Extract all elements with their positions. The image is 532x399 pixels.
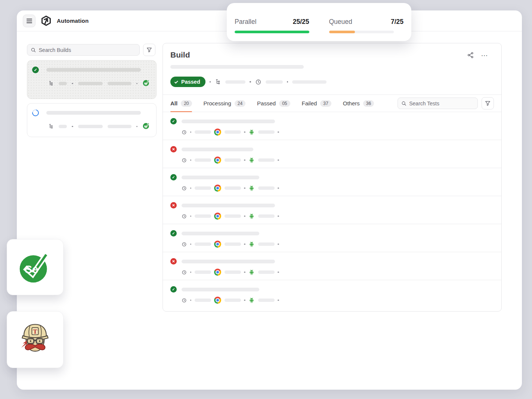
- test-row[interactable]: ✓: [163, 112, 501, 140]
- build-panel: Build … Passe: [163, 43, 502, 312]
- test-title-skeleton: [182, 148, 253, 151]
- test-status-icon: ✕: [170, 202, 177, 208]
- status-badge: Passed: [170, 77, 205, 87]
- queued-label: Queued: [329, 18, 352, 26]
- parallel-progress: [235, 31, 309, 33]
- search-icon: [401, 100, 406, 106]
- chrome-browser-icon: [214, 157, 221, 164]
- selenium-badge-icon: Se: [142, 122, 150, 131]
- clock-icon: [182, 242, 187, 247]
- clock-icon: [182, 130, 187, 135]
- clock-icon: [182, 186, 187, 191]
- search-icon: [31, 47, 36, 53]
- search-tests-box: [398, 98, 478, 109]
- search-tests-input[interactable]: [409, 100, 474, 106]
- selenium-badge-icon: Se: [142, 79, 150, 88]
- android-icon: [248, 297, 255, 304]
- selenium-logo-icon: Se: [17, 249, 53, 285]
- test-row[interactable]: ✕: [163, 140, 501, 168]
- filter-builds-button[interactable]: [143, 44, 155, 56]
- filter-tests-button[interactable]: [482, 97, 494, 109]
- tab-processing[interactable]: Processing24: [204, 95, 246, 112]
- test-title-skeleton: [182, 232, 259, 235]
- test-status-icon: ✓: [170, 286, 177, 293]
- chrome-browser-icon: [214, 129, 221, 136]
- svg-text:Se: Se: [25, 263, 38, 275]
- tests-tabs: All20 Processing24 Passed05 Failed37 Oth…: [170, 95, 374, 112]
- builds-sidebar: Se: [27, 44, 155, 137]
- check-icon: [174, 80, 178, 83]
- test-row[interactable]: ✓: [163, 280, 501, 308]
- tab-all[interactable]: All20: [170, 95, 192, 112]
- tab-others[interactable]: Others36: [343, 95, 374, 112]
- svg-text:Se: Se: [144, 82, 148, 85]
- clock-icon: [182, 158, 187, 163]
- build-status-icon: [31, 108, 40, 117]
- test-title-skeleton: [182, 120, 275, 123]
- share-icon: [467, 52, 474, 59]
- test-row[interactable]: ✕: [163, 196, 501, 224]
- test-status-icon: ✕: [170, 146, 177, 152]
- search-builds-box: [27, 44, 140, 56]
- chrome-browser-icon: [214, 269, 221, 276]
- queued-value: 7/25: [391, 18, 403, 26]
- concurrency-card: Parallel 25/25 Queued 7/25: [227, 3, 411, 41]
- build-subtitle-skeleton: [170, 65, 304, 69]
- branch-icon: [48, 80, 54, 87]
- more-options-button[interactable]: …: [481, 52, 489, 58]
- test-title-skeleton: [182, 288, 259, 291]
- branch-icon: [48, 123, 54, 130]
- build-status-icon: [32, 66, 39, 73]
- search-builds-input[interactable]: [39, 47, 136, 53]
- svg-text:T: T: [33, 328, 37, 335]
- test-row[interactable]: ✓: [163, 224, 501, 252]
- parallel-metric: Parallel 25/25: [235, 18, 309, 41]
- parallel-value: 25/25: [293, 18, 309, 26]
- android-icon: [248, 213, 255, 220]
- android-icon: [248, 157, 255, 164]
- page-title: Automation: [57, 18, 89, 24]
- android-icon: [248, 269, 255, 276]
- test-status-icon: ✕: [170, 258, 177, 265]
- build-card[interactable]: Se: [27, 103, 157, 137]
- chrome-browser-icon: [214, 213, 221, 220]
- parallel-label: Parallel: [235, 18, 256, 26]
- clock-icon: [182, 214, 187, 219]
- android-icon: [248, 129, 255, 136]
- clock-icon: [255, 79, 262, 85]
- test-row[interactable]: ✕: [163, 252, 501, 280]
- menu-button[interactable]: [23, 15, 35, 27]
- clock-icon: [182, 270, 187, 275]
- build-title-skeleton: [46, 68, 141, 72]
- filter-icon: [485, 100, 491, 106]
- filter-icon: [146, 47, 152, 53]
- chrome-browser-icon: [214, 185, 221, 192]
- chrome-browser-icon: [214, 297, 221, 304]
- branch-icon: [215, 79, 221, 85]
- android-icon: [248, 185, 255, 192]
- svg-text:Se: Se: [144, 125, 148, 128]
- build-title-skeleton: [46, 111, 141, 115]
- test-title-skeleton: [182, 176, 259, 179]
- chrome-browser-icon: [214, 241, 221, 248]
- selenium-logo-card: Se: [7, 239, 64, 295]
- tab-passed[interactable]: Passed05: [257, 95, 290, 112]
- test-status-icon: ✓: [170, 230, 177, 236]
- test-list: ✓: [163, 112, 501, 308]
- test-status-icon: ✓: [170, 174, 177, 180]
- test-title-skeleton: [182, 204, 275, 207]
- queued-progress: [329, 31, 394, 33]
- build-card[interactable]: Se: [27, 60, 157, 99]
- build-panel-title: Build: [170, 50, 190, 59]
- tab-failed[interactable]: Failed37: [302, 95, 331, 112]
- share-button[interactable]: [467, 52, 474, 59]
- app-window: Automation: [17, 10, 522, 390]
- travis-ci-logo-card: T: [7, 311, 64, 368]
- clock-icon: [182, 298, 187, 303]
- queued-metric: Queued 7/25: [329, 18, 404, 41]
- test-row[interactable]: ✓: [163, 168, 501, 196]
- test-status-icon: ✓: [170, 118, 177, 124]
- automation-logo-icon: [40, 15, 52, 27]
- test-title-skeleton: [182, 260, 275, 263]
- travis-ci-mascot: T: [16, 320, 55, 359]
